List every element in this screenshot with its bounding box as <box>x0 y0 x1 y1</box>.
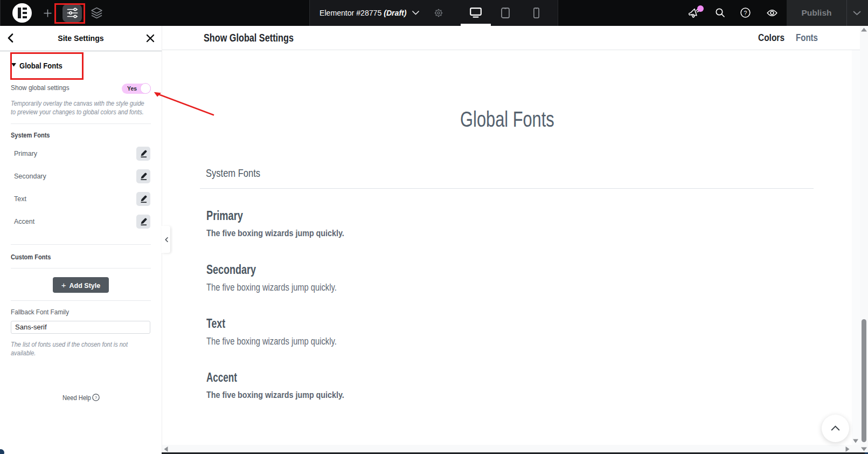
svg-text:?: ? <box>95 395 98 400</box>
svg-text:?: ? <box>744 10 747 16</box>
